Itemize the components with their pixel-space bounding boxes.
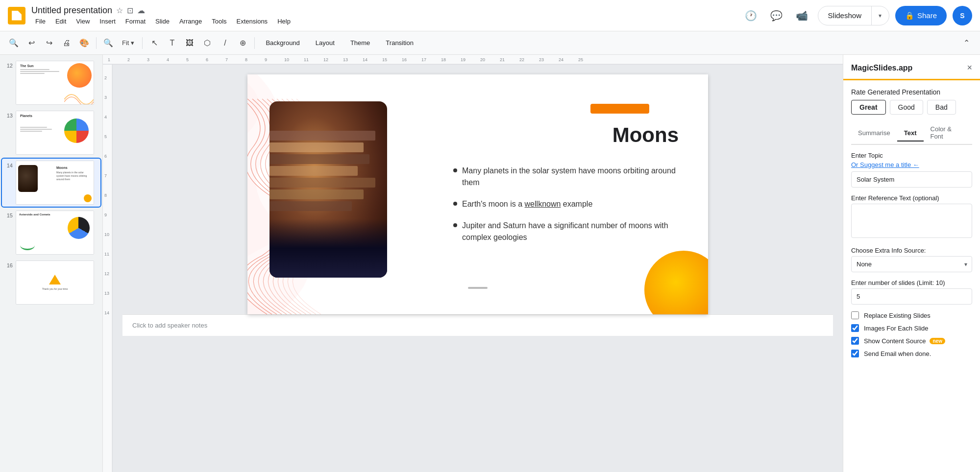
topic-input[interactable] (851, 171, 972, 188)
redo-icon[interactable]: ↪ (41, 35, 57, 51)
slide-16-triangle (49, 275, 61, 284)
tab-row: Summarise Text Color & Font (851, 121, 972, 145)
tab-color-font[interactable]: Color & Font (924, 121, 972, 145)
history-icon[interactable]: 🕐 (741, 6, 761, 25)
collapse-toolbar-icon[interactable]: ⌃ (958, 35, 974, 51)
canvas-scroll: 2 3 4 5 6 7 8 9 10 11 12 13 14 (103, 65, 843, 472)
menu-format[interactable]: Format (122, 17, 149, 26)
undo-icon[interactable]: ↩ (24, 35, 39, 51)
topic-label: Enter Topic (851, 152, 972, 159)
text-box-icon[interactable]: T (164, 35, 180, 51)
suggest-title-link[interactable]: Or Suggest me a title ← (851, 161, 972, 168)
extra-source-select[interactable]: None Wikipedia Web (851, 256, 972, 272)
replace-slides-checkbox[interactable] (851, 311, 859, 319)
slide-thumb-13[interactable]: 13 Planets (2, 109, 100, 157)
slide-thumb-16[interactable]: 16 Thank you for your time (2, 259, 100, 307)
avatar[interactable]: S (953, 6, 972, 25)
menu-arrange[interactable]: Arrange (175, 17, 206, 26)
slide-title[interactable]: Moons (612, 123, 679, 147)
svg-text:6: 6 (104, 154, 107, 159)
menu-edit[interactable]: Edit (51, 17, 70, 26)
top-right-controls: 🕐 💬 📹 Slideshow ▾ 🔒 Share S (741, 6, 972, 25)
svg-text:14: 14 (363, 57, 368, 62)
shapes-icon[interactable]: ⬡ (199, 35, 215, 51)
star-icon[interactable]: ☆ (116, 6, 123, 15)
rate-bad-button[interactable]: Bad (927, 100, 956, 115)
svg-text:7: 7 (225, 57, 228, 62)
rate-great-button[interactable]: Great (851, 100, 886, 115)
panel-header: MagicSlides.app × (843, 55, 980, 80)
slide-thumb-14[interactable]: 14 Moons Many planets in the solar syste… (2, 159, 100, 207)
replace-slides-label[interactable]: Replace Existing Slides (864, 312, 931, 319)
zoom-icon[interactable]: 🔍 (100, 35, 116, 51)
slides-count-group: Enter number of slides (Limit: 10) (851, 279, 972, 305)
tab-summarise[interactable]: Summarise (851, 125, 897, 142)
tab-text[interactable]: Text (897, 125, 924, 142)
comments-icon[interactable]: 💬 (767, 6, 786, 25)
slide-thumb-12[interactable]: 12 The Sun (2, 59, 100, 107)
images-label[interactable]: Images For Each Slide (864, 325, 929, 332)
share-button[interactable]: 🔒 Share (895, 6, 947, 25)
slide-preview-13: Planets (16, 111, 94, 155)
meet-icon[interactable]: 📹 (792, 6, 812, 25)
plus-icon[interactable]: ⊕ (235, 35, 250, 51)
print-icon[interactable]: 🖨 (59, 35, 74, 51)
svg-text:15: 15 (382, 57, 387, 62)
bullet-dot-1 (453, 168, 457, 172)
rate-good-button[interactable]: Good (890, 100, 923, 115)
show-content-checkbox[interactable] (851, 337, 859, 345)
ruler-horizontal: 1 2 3 4 5 6 7 8 9 10 11 12 13 14 15 16 1… (103, 55, 843, 65)
menu-tools[interactable]: Tools (208, 17, 230, 26)
slideshow-main-button[interactable]: Slideshow (818, 6, 871, 25)
slide-bullets: Many planets in the solar system have mo… (453, 165, 688, 253)
slide-13-pie (64, 118, 89, 143)
notes-bar[interactable]: Click to add speaker notes (122, 314, 833, 336)
images-checkbox[interactable] (851, 324, 859, 332)
line-icon[interactable]: / (217, 35, 233, 51)
menu-insert[interactable]: Insert (96, 17, 120, 26)
layout-button[interactable]: Layout (309, 36, 342, 49)
cloud-icon[interactable]: ☁ (137, 6, 145, 15)
slide-orange-rect (590, 104, 649, 114)
svg-text:20: 20 (480, 57, 485, 62)
show-content-label[interactable]: Show Content Source new (864, 337, 945, 345)
slide-14-orange-dot (84, 194, 92, 202)
slide-13-lines (20, 119, 54, 133)
svg-text:12: 12 (323, 57, 328, 62)
toolbar-divider-2 (142, 37, 143, 49)
paint-format-icon[interactable]: 🎨 (76, 35, 92, 51)
folder-icon[interactable]: ⊡ (127, 6, 133, 15)
menu-file[interactable]: File (31, 17, 49, 26)
menu-view[interactable]: View (72, 17, 94, 26)
menu-slide[interactable]: Slide (151, 17, 173, 26)
main-layout: 12 The Sun (0, 55, 980, 472)
slide-canvas[interactable]: Moons Many planets in the solar system h… (247, 74, 708, 314)
panel-close-button[interactable]: × (967, 63, 972, 73)
search-icon[interactable]: 🔍 (6, 35, 22, 51)
slide-preview-15: Asteroids and Comets (16, 211, 94, 255)
svg-text:9: 9 (104, 212, 107, 217)
svg-text:13: 13 (343, 57, 348, 62)
menu-help[interactable]: Help (273, 17, 294, 26)
cursor-icon[interactable]: ↖ (147, 35, 162, 51)
slides-count-input[interactable] (851, 288, 972, 305)
svg-text:4: 4 (104, 115, 107, 119)
toolbar: 🔍 ↩ ↪ 🖨 🎨 🔍 Fit ▾ ↖ T 🖼 ⬡ / ⊕ Background… (0, 31, 980, 55)
theme-button[interactable]: Theme (343, 36, 377, 49)
slide-15-arc (20, 240, 35, 250)
svg-text:25: 25 (578, 57, 583, 62)
svg-text:5: 5 (104, 134, 107, 139)
svg-text:9: 9 (265, 57, 267, 62)
menu-extensions[interactable]: Extensions (233, 17, 272, 26)
reference-textarea[interactable] (851, 204, 972, 238)
zoom-selector[interactable]: Fit ▾ (118, 39, 138, 47)
slideshow-dropdown-arrow[interactable]: ▾ (871, 6, 889, 25)
send-email-checkbox[interactable] (851, 350, 859, 357)
svg-text:8: 8 (104, 193, 107, 198)
send-email-label[interactable]: Send Email when done. (864, 350, 931, 357)
slide-thumb-15[interactable]: 15 Asteroids and Comets (2, 209, 100, 257)
transition-button[interactable]: Transition (379, 36, 420, 49)
image-icon[interactable]: 🖼 (182, 35, 197, 51)
slide-preview-14: Moons Many planets in the solar system h… (16, 161, 94, 205)
background-button[interactable]: Background (259, 36, 306, 49)
